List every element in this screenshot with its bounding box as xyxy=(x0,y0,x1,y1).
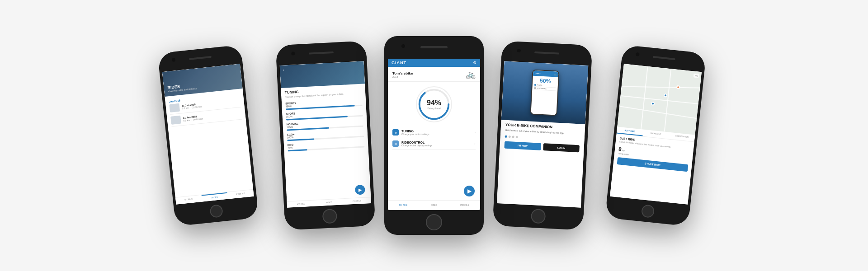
rides-bottom-nav: MY BIKE RIDES PROFILE xyxy=(175,189,254,205)
camera-mid-right xyxy=(517,49,521,52)
tuning-menu-text: TUNING Change your motor settings xyxy=(401,130,429,136)
bike-icon: 🚲 xyxy=(466,70,476,79)
map-road-3 xyxy=(619,106,697,119)
map-pin-2 xyxy=(651,102,655,106)
phone-in-phone: GIANT 🚲 50% TUNING RIDECONTROL xyxy=(530,70,559,116)
pip-content: 50% TUNING RIDECONTROL xyxy=(532,76,558,93)
tuning-menu-desc: Change your motor settings xyxy=(401,133,429,136)
ride-map-thumb-2 xyxy=(170,116,181,125)
main-menu: ⚙ TUNING Change your motor settings › ⊞ … xyxy=(388,125,480,151)
battery-section: 94% Battery Level xyxy=(388,82,480,125)
tuning-fill-5 xyxy=(288,149,307,151)
dot-3 xyxy=(512,136,514,138)
map-screen: Toa JUST RIDE WORKOUT DESTINATION JUST R… xyxy=(610,64,702,204)
phone-far-left: RIDES View your rides and statistics Jan… xyxy=(157,45,259,226)
tuning-menu-icon: ⚙ xyxy=(392,129,399,136)
menu-tuning[interactable]: ⚙ TUNING Change your motor settings › xyxy=(392,127,476,138)
battery-arc-svg xyxy=(417,87,451,121)
tuning-normal: NORMAL 175% xyxy=(286,119,363,131)
tuning-menu-title: TUNING xyxy=(401,130,429,133)
companion-body: YOUR E-BIKE COMPANION Get the most out o… xyxy=(500,120,585,155)
tuning-body: TUNING You can change the intensity of t… xyxy=(281,84,368,157)
dot-2 xyxy=(509,136,511,138)
screen-center: GIANT ⚙ Tom's ebike 2018 🚲 xyxy=(388,59,480,210)
ridecontrol-menu-text: RIDECONTROL Change e-bike display settin… xyxy=(401,141,432,147)
companion-screen: GIANT 🚲 50% TUNING RIDECONTROL xyxy=(497,61,588,207)
ridecontrol-menu-desc: Change e-bike display settings xyxy=(401,144,432,147)
companion-hero: GIANT 🚲 50% TUNING RIDECONTROL xyxy=(501,61,589,124)
tuning-sport: SPORT 350% xyxy=(286,109,363,121)
bike-info: Tom's ebike 2018 xyxy=(392,71,413,78)
ridecontrol-menu-title: RIDECONTROL xyxy=(401,141,432,144)
screen-mid-right: GIANT 🚲 50% TUNING RIDECONTROL xyxy=(497,61,588,207)
home-button-mid-left[interactable] xyxy=(322,209,338,224)
im-new-button[interactable]: I'M NEW xyxy=(504,141,541,150)
speaker-mid-right xyxy=(534,51,559,55)
home-button-far-left[interactable] xyxy=(209,204,223,218)
tuning-fill-4 xyxy=(287,138,314,141)
battery-circle: 94% Battery Level xyxy=(416,86,452,122)
speaker-center xyxy=(420,46,448,48)
map-label: Toa xyxy=(693,74,699,78)
menu-ridecontrol[interactable]: ⊞ RIDECONTROL Change e-bike display sett… xyxy=(392,138,476,150)
rides-header-text: RIDES View your rides and statistics xyxy=(167,83,197,93)
tuning-bottom-nav: MY BIKE RIDES PROFILE xyxy=(287,197,371,208)
phone-center: GIANT ⚙ Tom's ebike 2018 🚲 xyxy=(384,36,484,235)
tuning-sport-plus: SPORT+ 350% xyxy=(285,98,363,110)
pip-logo: GIANT xyxy=(535,72,541,75)
bike-name: Tom's ebike xyxy=(392,71,413,75)
companion-action-btns: I'M NEW LOGIN xyxy=(504,141,580,153)
tuning-nav-rides[interactable]: RIDES xyxy=(315,199,343,206)
tuning-ecoplus: ECO+ 100% xyxy=(287,130,364,141)
rides-screen: RIDES View your rides and statistics Jan… xyxy=(162,64,254,204)
camera-center xyxy=(401,44,405,48)
screen-far-left: RIDES View your rides and statistics Jan… xyxy=(162,64,254,204)
speaker-mid-left xyxy=(309,51,334,55)
main-nav-mybike[interactable]: MY BIKE xyxy=(388,201,419,210)
dot-4 xyxy=(516,136,518,138)
camera-mid-left xyxy=(291,51,295,55)
screen-far-right: Toa JUST RIDE WORKOUT DESTINATION JUST R… xyxy=(610,64,702,204)
tuning-nav-mybike[interactable]: MY BIKE xyxy=(287,200,316,207)
screen-mid-left: ‹ TUNING You can change the intensity of… xyxy=(280,61,371,207)
home-button-far-right[interactable] xyxy=(641,204,655,218)
login-button[interactable]: LOGIN xyxy=(543,143,580,152)
home-button-center[interactable] xyxy=(426,214,442,230)
ride-info-2: 11 Jan 2018 0.5 km · 00:01 min xyxy=(183,115,203,122)
tuning-screen: ‹ TUNING You can change the intensity of… xyxy=(280,61,371,207)
main-screen: GIANT ⚙ Tom's ebike 2018 🚲 xyxy=(388,59,480,210)
tuning-header-image: ‹ xyxy=(280,61,365,88)
map-pin-1 xyxy=(664,93,668,98)
ride-map-thumb-1 xyxy=(169,103,180,112)
tuning-eco: ECO 75% xyxy=(288,140,365,152)
ride-info-1: 11 Jan 2018 0.0 km · 00:00 min xyxy=(181,103,202,110)
giant-logo: GIANT xyxy=(392,61,406,65)
main-nav-profile[interactable]: PROFILE xyxy=(449,201,480,210)
dot-1 xyxy=(505,136,507,138)
nav-profile[interactable]: PROFILE xyxy=(227,190,254,199)
camera-far-left xyxy=(172,58,176,62)
stat-block: 8 km riding range xyxy=(618,146,630,155)
stat-unit: km xyxy=(622,149,625,152)
camera-far-right xyxy=(636,52,640,56)
pip-bike-icon: 🚲 xyxy=(554,73,557,75)
nav-rides[interactable]: RIDES xyxy=(201,192,228,202)
main-nav-rides[interactable]: RIDES xyxy=(419,201,449,210)
pip-menu-2: RIDECONTROL xyxy=(534,87,556,91)
tuning-fab[interactable]: ▶ xyxy=(355,185,365,195)
pip-dot-2 xyxy=(534,87,536,89)
phones-container: RIDES View your rides and statistics Jan… xyxy=(163,9,705,262)
bike-year: 2018 xyxy=(392,75,413,78)
ridecontrol-chevron-icon: › xyxy=(474,142,476,146)
nav-mybike[interactable]: MY BIKE xyxy=(175,195,202,205)
back-button[interactable]: ‹ xyxy=(283,68,284,72)
pip-dot-1 xyxy=(534,84,536,86)
tuning-nav-profile[interactable]: PROFILE xyxy=(343,197,371,205)
home-button-mid-right[interactable] xyxy=(531,209,546,224)
ridecontrol-menu-icon: ⊞ xyxy=(392,140,399,147)
companion-dots xyxy=(505,136,580,142)
speaker-far-right xyxy=(652,56,675,60)
main-fab-button[interactable]: ▶ xyxy=(464,186,475,196)
gear-icon[interactable]: ⚙ xyxy=(473,61,476,65)
stat-label: riding range xyxy=(618,152,629,155)
